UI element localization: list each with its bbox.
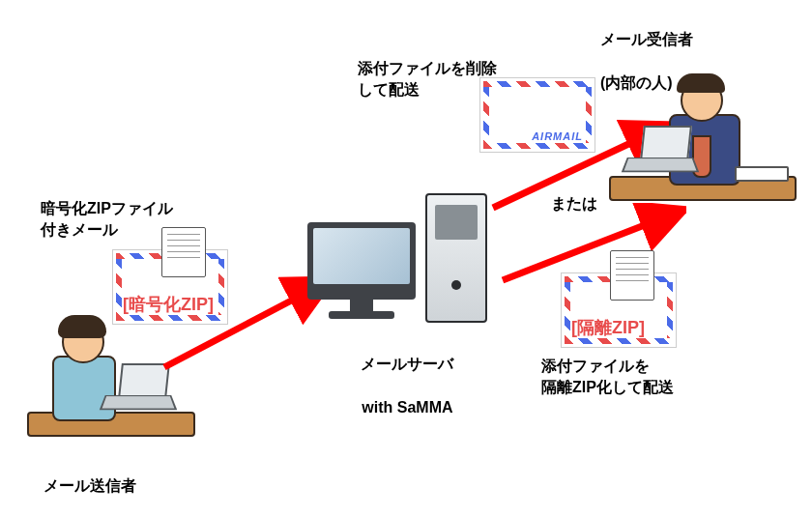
sender-laptop-icon [102, 388, 170, 427]
mail-server-icon [307, 193, 501, 329]
sender-caption: メール送信者 (外部の人) [35, 454, 136, 516]
paper-stack-icon [735, 166, 789, 182]
bottom-envelope-document-icon [610, 250, 654, 301]
receiver-caption-title: メール受信者 [600, 31, 693, 47]
sender-envelope-document-icon [161, 227, 206, 277]
top-path-envelope: AIRMAIL [479, 77, 595, 153]
receiver-laptop-icon [624, 151, 692, 189]
bottom-path-caption: 添付ファイルを隔離ZIP化して配送 [541, 356, 674, 399]
bottom-path-envelope: [隔離ZIP] [561, 272, 677, 348]
sender-caption-title: メール送信者 [44, 477, 136, 494]
server-caption: メールサーバ with SaMMA [321, 332, 485, 419]
branch-label: または [551, 193, 597, 215]
sender-person-icon [27, 300, 201, 454]
server-tower-icon [425, 193, 487, 323]
bottom-path-envelope-badge: [隔離ZIP] [571, 316, 645, 339]
sender-attachment-label: 暗号化ZIPファイル付きメール [41, 198, 173, 242]
server-caption-line2: with SaMMA [362, 399, 452, 416]
server-caption-line1: メールサーバ [361, 356, 453, 372]
airmail-text: AIRMAIL [532, 130, 583, 142]
server-monitor-icon [307, 222, 416, 300]
top-path-caption: 添付ファイルを削除して配送 [358, 58, 497, 101]
receiver-person-icon [609, 62, 802, 216]
